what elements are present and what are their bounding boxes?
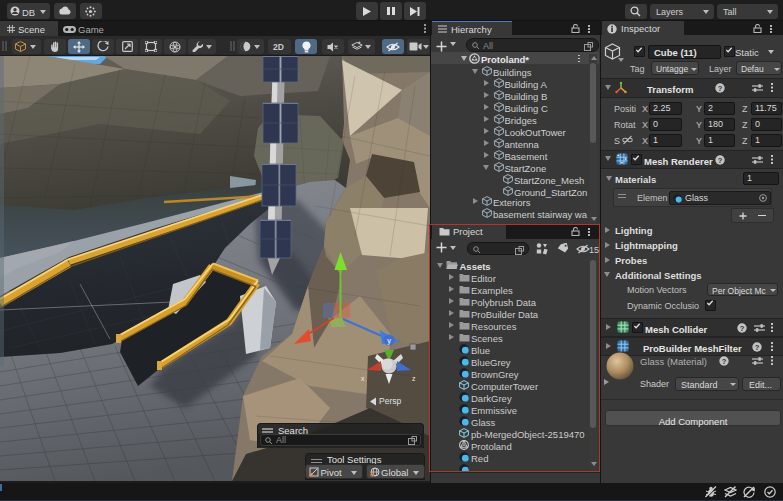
svg-text:x: x [361, 375, 365, 382]
svg-text:?: ? [718, 84, 723, 93]
svg-text:Persp: Persp [379, 396, 401, 406]
svg-text:?: ? [740, 323, 745, 332]
svg-text:?: ? [718, 155, 723, 164]
svg-text:?: ? [722, 357, 727, 366]
svg-text:z: z [412, 375, 416, 382]
svg-text:?: ? [755, 342, 760, 351]
svg-text:y: y [387, 336, 391, 345]
